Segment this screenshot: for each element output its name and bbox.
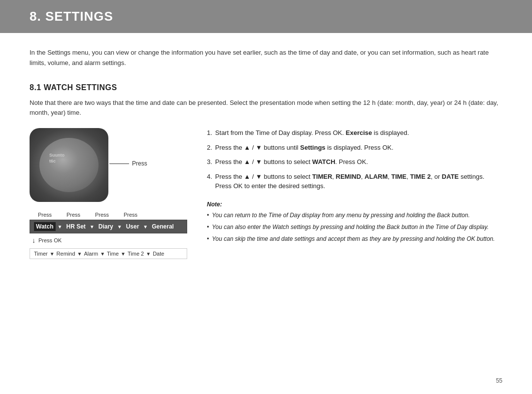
list-item-1: 1. Start from the Time of Day display. P… <box>207 128 502 138</box>
two-column-layout: Suunto t6c Press <box>30 128 502 259</box>
bullet-1: • <box>207 211 209 220</box>
note-list: • You can return to the Time of Day disp… <box>207 211 502 243</box>
chapter-header: 8. SETTINGS <box>0 0 532 33</box>
note-title: Note: <box>207 201 502 208</box>
note-text-2: You can also enter the Watch settings by… <box>212 223 489 231</box>
note-item-2: • You can also enter the Watch settings … <box>207 223 502 231</box>
submenu-alarm[interactable]: Alarm <box>84 251 98 257</box>
instructions-list: 1. Start from the Time of Day display. P… <box>207 128 502 191</box>
submenu-arrow-1: ▼ <box>49 251 56 257</box>
arrow-line <box>109 164 129 164</box>
press-labels-row: Press Press Press Press <box>30 212 187 218</box>
menu-item-user[interactable]: User <box>124 222 141 231</box>
menu-bar: Watch ▼ HR Set ▼ Diary ▼ User ▼ General <box>30 220 187 233</box>
page-container: 8. SETTINGS In the Settings menu, you ca… <box>0 0 532 394</box>
submenu-time[interactable]: Time <box>107 251 119 257</box>
section-title: 8.1 WATCH SETTINGS <box>30 83 502 92</box>
submenu-remind[interactable]: Remind <box>57 251 75 257</box>
press-label: Press <box>132 160 147 167</box>
down-arrow-icon: ↓ <box>32 236 35 244</box>
submenu-time2[interactable]: Time 2 <box>128 251 144 257</box>
page-number: 55 <box>496 377 502 384</box>
note-section: Note: • You can return to the Time of Da… <box>207 201 502 243</box>
press-label-4: Press <box>116 212 145 218</box>
menu-arrow-2: ▼ <box>89 224 96 230</box>
menu-item-watch[interactable]: Watch <box>34 222 56 231</box>
press-label-1: Press <box>31 212 59 218</box>
submenu-timer[interactable]: Timer <box>34 251 48 257</box>
menu-arrow-1: ▼ <box>57 224 64 230</box>
press-label-3: Press <box>88 212 116 218</box>
submenu-arrow-3: ▼ <box>99 251 106 257</box>
note-item-3: • You can skip the time and date setting… <box>207 234 502 243</box>
section-subtitle: Note that there are two ways that the ti… <box>30 98 502 119</box>
submenu-arrow-5: ▼ <box>145 251 152 257</box>
chapter-title: 8. SETTINGS <box>30 9 113 24</box>
watch-text-overlay: Suunto t6c <box>49 153 65 164</box>
press-ok-row: ↓ Press OK <box>32 236 187 244</box>
note-text-1: You can return to the Time of Day displa… <box>212 211 470 220</box>
watch-face: Suunto t6c <box>39 138 99 192</box>
bullet-3: • <box>207 234 209 243</box>
bullet-2: • <box>207 223 209 231</box>
menu-item-hrset[interactable]: HR Set <box>64 222 87 231</box>
submenu-arrow-2: ▼ <box>76 251 83 257</box>
right-column: 1. Start from the Time of Day display. P… <box>207 128 502 246</box>
nav-diagram: Press Press Press Press Watch ▼ HR Set ▼… <box>30 212 187 259</box>
watch-image: Suunto t6c <box>30 128 108 202</box>
submenu-bar: Timer ▼ Remind ▼ Alarm ▼ Time ▼ Time 2 ▼… <box>30 248 187 259</box>
submenu-arrow-4: ▼ <box>120 251 127 257</box>
content-area: In the Settings menu, you can view or ch… <box>0 48 532 279</box>
submenu-date[interactable]: Date <box>153 251 164 257</box>
watch-diagram: Suunto t6c Press <box>30 128 187 202</box>
list-item-3: 3. Press the ▲ / ▼ buttons to select WAT… <box>207 157 502 167</box>
menu-arrow-3: ▼ <box>116 224 123 230</box>
menu-item-general[interactable]: General <box>150 222 176 231</box>
list-item-2: 2. Press the ▲ / ▼ buttons until Setting… <box>207 143 502 153</box>
left-column: Suunto t6c Press <box>30 128 187 259</box>
intro-text: In the Settings menu, you can view or ch… <box>30 48 502 68</box>
press-ok-label: Press OK <box>38 237 62 243</box>
menu-arrow-4: ▼ <box>142 224 149 230</box>
press-label-2: Press <box>59 212 88 218</box>
press-arrow: Press <box>109 160 147 167</box>
menu-item-diary[interactable]: Diary <box>97 222 115 231</box>
note-text-3: You can skip the time and date settings … <box>212 234 495 243</box>
note-item-1: • You can return to the Time of Day disp… <box>207 211 502 220</box>
list-item-4: 4. Press the ▲ / ▼ buttons to select TIM… <box>207 172 502 191</box>
